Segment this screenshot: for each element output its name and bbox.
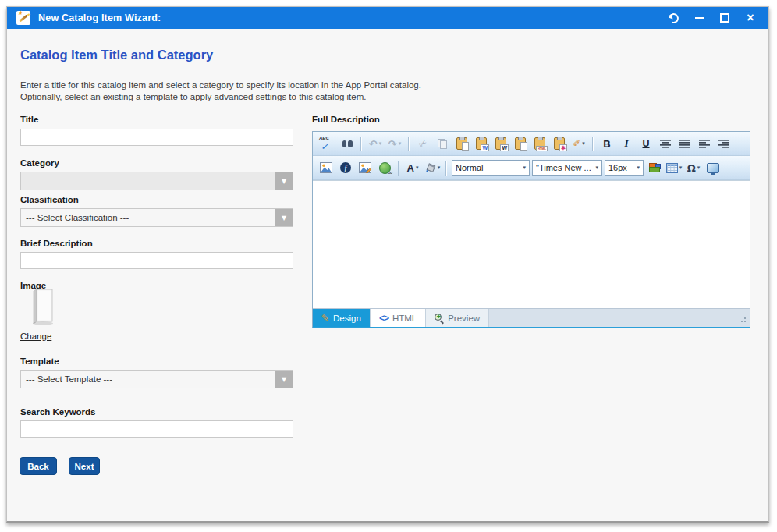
toolbar-separator [398,161,399,176]
paste-from-word-strip-font-icon[interactable]: W [492,135,509,152]
hyperlink-manager-icon[interactable]: ∞ [376,159,393,176]
new-catalog-item-wizard-dialog: ★★ New Catalog Item Wizard: Catalog Item… [6,6,769,523]
cut-icon[interactable]: ✂ [414,135,431,152]
maximize-icon[interactable] [719,12,730,23]
paste-as-html-icon[interactable]: HTML [531,135,548,152]
tab-design-label: Design [333,314,361,323]
design-pencil-icon: ✎ [321,313,329,324]
font-size-value: 16px [608,163,635,172]
copy-icon[interactable] [434,135,451,152]
toolbar-separator [360,137,362,151]
font-name-value: "Times New ... [536,163,594,172]
toolbar-separator [445,161,447,176]
justify-icon[interactable] [676,135,694,152]
description-line-2: Optionally, select an existing a templat… [20,91,421,103]
bold-icon[interactable]: B [598,135,616,152]
editor-resize-grip[interactable] [738,314,746,322]
insert-symbol-icon[interactable]: Ω▾ [685,159,702,176]
title-bar: ★★ New Catalog Item Wizard: [7,7,768,29]
window-title: New Catalog Item Wizard: [38,12,161,23]
image-manager-icon[interactable] [318,159,335,176]
module-manager-icon[interactable] [646,159,663,176]
editor-mode-tabs: ✎ Design <> HTML + Preview [313,308,750,327]
classification-dropdown-arrow-icon[interactable] [275,209,293,226]
category-dropdown-arrow-icon[interactable] [275,172,293,190]
rich-text-editor: ABC✓ ↶▾ ↷▾ ✂ W W HTML ✱ ✐▾ B I U [312,131,750,328]
wizard-icon: ★★ [16,11,30,25]
page-description: Enter a title for this catalog item and … [20,80,421,103]
media-manager-icon[interactable] [704,159,722,176]
brief-description-input[interactable] [20,252,293,269]
find-and-replace-icon[interactable] [339,135,356,152]
image-change-link[interactable]: Change [20,332,51,341]
undo-icon[interactable]: ↶▾ [367,135,384,152]
back-button[interactable]: Back [20,457,57,475]
paste-from-word-icon[interactable]: W [473,135,490,152]
tab-preview-label: Preview [448,314,480,323]
title-input[interactable] [20,129,293,146]
window-controls [668,12,759,23]
page-title: Catalog Item Title and Category [20,48,213,62]
next-button[interactable]: Next [69,457,100,475]
format-stripper-icon[interactable]: ✐▾ [570,135,587,152]
template-dropdown-arrow-icon[interactable] [275,371,293,388]
screenshot-canvas: ★★ New Catalog Item Wizard: Catalog Item… [0,0,777,532]
catalog-item-image [29,289,55,325]
font-size-dropdown[interactable]: 16px▾ [605,160,644,176]
full-description-label: Full Description [312,115,380,124]
insert-table-icon[interactable]: ▾ [665,159,683,176]
template-dropdown[interactable]: --- Select Template --- [20,370,293,388]
flash-manager-icon[interactable]: f [337,159,354,176]
paste-icon[interactable] [453,135,470,152]
title-label: Title [20,115,38,124]
tab-html-label: HTML [392,314,417,323]
editor-content-area[interactable] [313,180,750,308]
category-dropdown-value [21,172,275,190]
refresh-icon[interactable] [668,12,679,23]
background-color-icon[interactable]: ▾ [424,159,441,176]
editor-toolbar-row-1: ABC✓ ↶▾ ↷▾ ✂ W W HTML ✱ ✐▾ B I U [313,132,750,156]
classification-dropdown-value: --- Select Classification --- [21,209,275,226]
editor-toolbar-row-2: f ∞ A▾ ▾ Normal▾ "Times New ...▾ 16px▾ ▾… [313,156,750,180]
description-line-1: Enter a title for this catalog item and … [20,80,421,91]
search-keywords-input[interactable] [20,420,293,438]
paragraph-style-dropdown[interactable]: Normal▾ [452,160,530,176]
spellcheck-icon[interactable]: ABC✓ [318,135,336,152]
classification-dropdown[interactable]: --- Select Classification --- [20,208,293,227]
tab-html[interactable]: <> HTML [371,309,426,327]
toolbar-separator [592,137,594,151]
paste-plain-text-icon[interactable] [512,135,529,152]
foreground-color-icon[interactable]: A▾ [404,159,421,176]
template-dropdown-value: --- Select Template --- [21,371,275,388]
paste-html-icon[interactable]: ✱ [551,135,568,152]
search-keywords-label: Search Keywords [20,407,96,417]
classification-label: Classification [20,195,79,204]
minimize-icon[interactable] [694,12,704,23]
html-brackets-icon: <> [379,313,388,324]
toolbar-separator [408,137,410,151]
align-left-icon[interactable] [696,135,713,152]
underline-icon[interactable]: U [637,135,655,152]
align-center-icon[interactable] [657,135,674,152]
redo-icon[interactable]: ↷▾ [386,135,403,152]
category-label: Category [20,158,59,168]
brief-description-label: Brief Description [20,239,93,248]
close-icon[interactable] [745,12,756,23]
image-map-editor-icon[interactable] [357,159,374,176]
font-name-dropdown[interactable]: "Times New ...▾ [532,160,602,176]
italic-icon[interactable]: I [618,135,635,152]
category-dropdown[interactable] [20,172,293,190]
tab-design[interactable]: ✎ Design [313,309,371,327]
template-label: Template [20,356,59,366]
tab-preview[interactable]: + Preview [426,309,489,327]
align-right-icon[interactable] [715,135,733,152]
paragraph-style-value: Normal [456,163,521,172]
preview-magnifier-icon: + [435,314,444,323]
